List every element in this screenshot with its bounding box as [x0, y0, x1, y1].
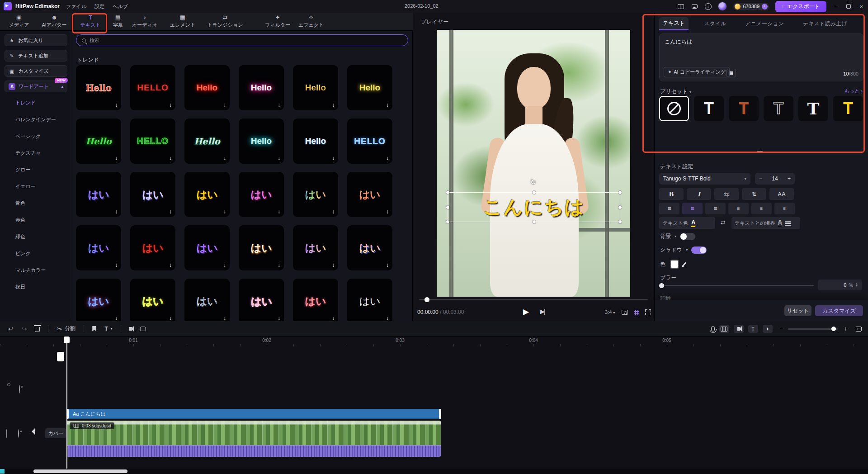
- text-track-button[interactable]: T: [748, 325, 758, 333]
- preset-style-2[interactable]: T: [729, 96, 759, 121]
- wordart-category-グロー[interactable]: グロー: [15, 166, 72, 176]
- wordart-category-青色[interactable]: 青色: [15, 200, 72, 210]
- download-icon[interactable]: ↓: [278, 102, 280, 108]
- seek-knob[interactable]: [425, 297, 429, 302]
- bold-button[interactable]: B: [659, 188, 684, 200]
- cover-button[interactable]: カバー: [45, 428, 66, 438]
- download-icon[interactable]: ↓: [278, 262, 280, 268]
- wordart-card[interactable]: Hello↓: [76, 118, 121, 164]
- wordart-category-ベーシック[interactable]: ベーシック: [15, 133, 72, 143]
- grid-toggle-icon[interactable]: [634, 310, 639, 315]
- resize-handle[interactable]: [446, 220, 449, 223]
- fullscreen-icon[interactable]: [645, 309, 651, 315]
- background-toggle[interactable]: [680, 233, 695, 240]
- resize-handle[interactable]: [533, 220, 536, 223]
- user-avatar[interactable]: [718, 2, 727, 11]
- zoom-slider[interactable]: [788, 328, 838, 330]
- minimize-button[interactable]: –: [833, 3, 839, 10]
- chevron-icon[interactable]: ▾: [686, 248, 688, 252]
- tab-7[interactable]: ✦フィルター: [262, 14, 293, 28]
- download-icon[interactable]: ↓: [223, 315, 226, 321]
- download-icon[interactable]: ↓: [169, 262, 172, 268]
- vertical-align-bottom-button[interactable]: ≡: [774, 203, 795, 214]
- wordart-card[interactable]: はい↓: [130, 172, 175, 217]
- timeline-scrollbar[interactable]: [0, 469, 868, 474]
- tab-5[interactable]: ▦エレメント: [167, 14, 198, 28]
- fit-timeline-button[interactable]: [856, 327, 862, 332]
- orientation-button[interactable]: ⇆: [714, 188, 739, 200]
- audio-track-button[interactable]: [734, 325, 744, 333]
- wordart-card[interactable]: Hello↓: [347, 65, 392, 110]
- download-icon[interactable]: ↓: [223, 155, 226, 161]
- redo-button[interactable]: ↪: [22, 325, 27, 332]
- text-color-button[interactable]: テキスト色 A: [659, 217, 715, 229]
- split-button[interactable]: ✂分割: [57, 325, 75, 332]
- wordart-card[interactable]: Hello↓: [76, 65, 121, 110]
- search-input[interactable]: 検索: [76, 34, 408, 46]
- download-icon[interactable]: ↓: [386, 209, 389, 215]
- resize-handle[interactable]: [533, 191, 536, 194]
- wordart-category-緑色[interactable]: 緑色: [15, 233, 72, 243]
- video-track-button[interactable]: [719, 325, 729, 333]
- wordart-card[interactable]: はい↓: [76, 279, 121, 321]
- track-visibility-icon[interactable]: [19, 385, 20, 393]
- wordart-card[interactable]: はい↓: [239, 279, 284, 321]
- wordart-category-赤色[interactable]: 赤色: [15, 217, 72, 227]
- zoom-slider-knob[interactable]: [831, 327, 836, 331]
- swap-colors-icon[interactable]: ⇄: [721, 219, 726, 226]
- download-icon[interactable]: ↓: [278, 155, 280, 161]
- download-icon[interactable]: ↓: [704, 3, 712, 10]
- download-icon[interactable]: ↓: [332, 315, 335, 321]
- delete-button[interactable]: [35, 325, 40, 332]
- download-icon[interactable]: ↓: [278, 315, 280, 321]
- tab-4[interactable]: ♪オーディオ: [129, 14, 160, 28]
- wordart-card[interactable]: HELLO↓: [130, 118, 175, 164]
- chevron-icon[interactable]: ▾: [675, 234, 676, 238]
- caps-button[interactable]: AA: [769, 188, 794, 200]
- wordart-category-バレンタインデー[interactable]: バレンタインデー: [15, 116, 72, 126]
- scrollbar-thumb[interactable]: [33, 469, 127, 473]
- download-icon[interactable]: ↓: [115, 262, 118, 268]
- tab-animation[interactable]: アニメーション: [741, 18, 788, 30]
- wordart-card[interactable]: はい↓: [76, 225, 121, 270]
- download-icon[interactable]: ↓: [386, 102, 389, 108]
- blur-value-field[interactable]: 0 % ▲▼: [818, 280, 862, 290]
- italic-button[interactable]: I: [687, 188, 711, 200]
- align-center-button[interactable]: ≡: [682, 203, 703, 214]
- rotate-handle[interactable]: ↻: [530, 178, 536, 186]
- text-clip[interactable]: Aa こんにちは: [67, 409, 441, 419]
- voice-button[interactable]: [129, 327, 132, 331]
- sidebar-item-favorites[interactable]: ★ お気に入り: [5, 34, 67, 46]
- preset-style-4[interactable]: T: [798, 96, 828, 121]
- wordart-card[interactable]: はい↓: [347, 279, 392, 321]
- download-icon[interactable]: ↓: [223, 262, 226, 268]
- size-minus-button[interactable]: −: [759, 175, 762, 182]
- tab-6[interactable]: ⇄トランジション: [210, 14, 241, 28]
- preset-style-3[interactable]: T: [764, 96, 793, 121]
- download-icon[interactable]: ↓: [278, 209, 280, 215]
- playhead-marker-badge[interactable]: [57, 352, 64, 361]
- wordart-card[interactable]: はい↓: [347, 225, 392, 270]
- playhead[interactable]: [66, 337, 67, 469]
- download-icon[interactable]: ↓: [386, 155, 389, 161]
- font-select[interactable]: Tanugo-S-TTF Bold ▾: [659, 173, 750, 185]
- wordart-card[interactable]: はい↓: [184, 225, 230, 270]
- download-icon[interactable]: ↓: [115, 315, 118, 321]
- blur-slider-knob[interactable]: [659, 283, 664, 288]
- download-icon[interactable]: ↓: [386, 315, 389, 321]
- wordart-card[interactable]: Hello↓: [184, 65, 230, 110]
- track-visibility-icon[interactable]: [18, 430, 19, 438]
- resize-handle[interactable]: [618, 191, 622, 194]
- ai-copywriting-button[interactable]: ✦ AI コピーライティング: [664, 67, 730, 77]
- download-icon[interactable]: ↓: [115, 102, 118, 108]
- align-left-button[interactable]: ≡: [659, 203, 679, 214]
- timeline-ruler[interactable]: 0:010:020:030:040:05: [0, 337, 868, 346]
- download-icon[interactable]: ↓: [223, 209, 226, 215]
- wordart-card[interactable]: はい↓: [347, 172, 392, 217]
- vertical-align-middle-button[interactable]: ≡: [751, 203, 772, 214]
- sidebar-item-add-text[interactable]: ✎ テキスト追加: [5, 50, 67, 62]
- wordart-card[interactable]: はい↓: [293, 172, 338, 217]
- playhead-handle[interactable]: [64, 337, 70, 343]
- wordart-card[interactable]: はい↓: [130, 225, 175, 270]
- wordart-card[interactable]: はい↓: [184, 172, 230, 217]
